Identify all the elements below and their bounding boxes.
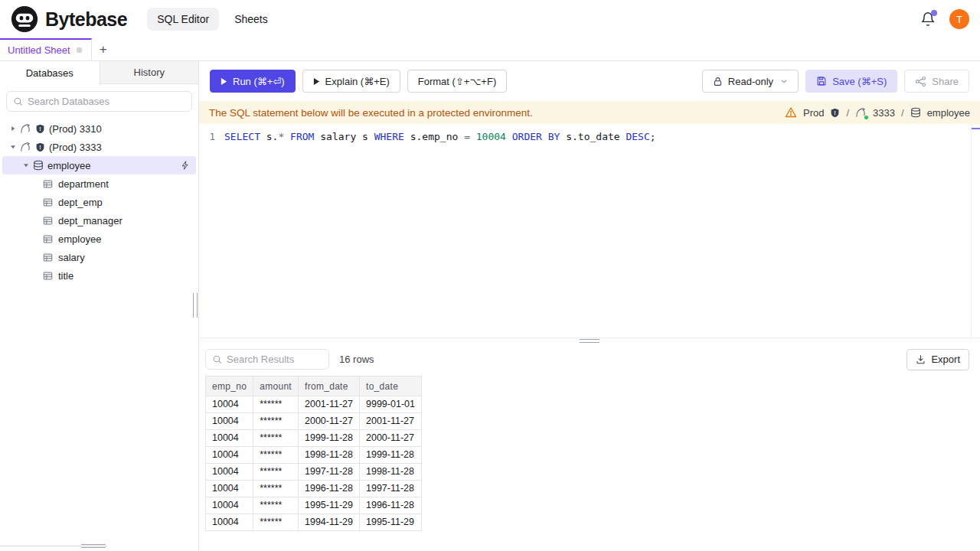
cursor-position-mark	[972, 128, 980, 129]
sidebar-pane-handle[interactable]	[81, 544, 106, 548]
notification-bell-icon[interactable]	[920, 11, 936, 27]
run-label: Run (⌘+⏎)	[233, 76, 285, 87]
sql-token: ;	[650, 131, 656, 142]
result-cell[interactable]: 10004	[206, 497, 253, 514]
sql-token: salary s	[314, 131, 374, 142]
caret-down-icon[interactable]	[22, 162, 29, 168]
result-cell[interactable]: 10004	[206, 480, 253, 497]
explain-button[interactable]: Explain (⌘+E)	[302, 70, 400, 93]
result-cell[interactable]: 1994-11-29	[299, 514, 360, 530]
save-label: Save (⌘+S)	[832, 76, 887, 87]
instance-item-3310[interactable]: (Prod) 3310	[0, 119, 198, 138]
breadcrumb-instance[interactable]: 3333	[873, 107, 895, 119]
sidebar-table-item[interactable]: title	[0, 266, 198, 285]
result-cell[interactable]: 10004	[206, 412, 253, 429]
table-name: salary	[58, 252, 85, 263]
result-cell[interactable]: 2000-11-27	[360, 429, 422, 446]
result-cell[interactable]: 1997-11-28	[299, 463, 360, 480]
result-cell[interactable]: 1996-11-28	[299, 480, 360, 497]
result-cell[interactable]: 1999-11-28	[299, 429, 360, 446]
lightning-icon[interactable]	[181, 161, 190, 170]
divider-grip-icon[interactable]	[580, 339, 599, 343]
chevron-down-icon	[780, 77, 788, 85]
column-header-from_date[interactable]: from_date	[299, 376, 360, 396]
results-search[interactable]	[205, 349, 329, 370]
sidebar-table-item[interactable]: employee	[0, 230, 198, 248]
result-cell[interactable]: 1999-11-28	[360, 446, 422, 463]
format-button[interactable]: Format (⇧+⌥+F)	[407, 70, 507, 93]
share-button[interactable]: Share	[904, 70, 969, 93]
result-cell[interactable]: ******	[253, 497, 299, 514]
result-cell[interactable]: 10004	[206, 463, 253, 480]
result-row[interactable]: 10004******1996-11-281997-11-28	[206, 480, 422, 497]
result-cell[interactable]: 2001-11-27	[360, 412, 422, 429]
avatar[interactable]: T	[949, 9, 969, 29]
sidebar-table-item[interactable]: dept_emp	[0, 193, 198, 211]
result-cell[interactable]: 9999-01-01	[360, 396, 422, 412]
result-cell[interactable]: 1995-11-29	[299, 497, 360, 514]
result-cell[interactable]: 2001-11-27	[299, 396, 360, 412]
readonly-label: Read-only	[728, 76, 773, 87]
result-cell[interactable]: ******	[253, 429, 299, 446]
result-cell[interactable]: ******	[253, 463, 299, 480]
sidebar-table-item[interactable]: dept_manager	[0, 211, 198, 230]
editor-scrollbar[interactable]	[971, 124, 980, 337]
result-cell[interactable]: 10004	[206, 514, 253, 530]
sidebar-table-item[interactable]: salary	[0, 248, 198, 266]
add-sheet-button[interactable]: +	[92, 38, 115, 60]
top-right: T	[920, 9, 969, 29]
database-search[interactable]	[6, 91, 192, 112]
result-cell[interactable]: 10004	[206, 429, 253, 446]
database-tree: (Prod) 3310 (Prod) 3333 employee dep	[0, 118, 198, 285]
result-row[interactable]: 10004******2000-11-272001-11-27	[206, 412, 422, 429]
caret-right-icon[interactable]	[9, 126, 16, 132]
sql-code-editor[interactable]: 1 SELECT s.* FROM salary s WHERE s.emp_n…	[199, 124, 980, 337]
result-row[interactable]: 10004******1998-11-281999-11-28	[206, 446, 422, 463]
column-header-emp_no[interactable]: emp_no	[206, 376, 253, 396]
sidebar-table-item[interactable]: department	[0, 174, 198, 193]
sidebar-resize-handle[interactable]	[193, 293, 198, 318]
result-row[interactable]: 10004******1997-11-281998-11-28	[206, 463, 422, 480]
panel-resize-divider[interactable]	[199, 337, 980, 344]
result-cell[interactable]: ******	[253, 412, 299, 429]
tab-databases[interactable]: Databases	[0, 61, 100, 84]
mysql-icon	[20, 123, 31, 135]
result-cell[interactable]: 1996-11-28	[360, 497, 422, 514]
readonly-dropdown[interactable]: Read-only	[702, 70, 799, 93]
result-row[interactable]: 10004******1994-11-291995-11-29	[206, 514, 422, 530]
breadcrumb-database[interactable]: employee	[927, 107, 970, 119]
result-cell[interactable]: 1998-11-28	[299, 446, 360, 463]
result-cell[interactable]: ******	[253, 480, 299, 497]
result-row[interactable]: 10004******1999-11-282000-11-27	[206, 429, 422, 446]
result-cell[interactable]: 1995-11-29	[360, 514, 422, 530]
result-cell[interactable]: 1998-11-28	[360, 463, 422, 480]
result-cell[interactable]: 2000-11-27	[299, 412, 360, 429]
result-cell[interactable]: 10004	[206, 396, 253, 412]
run-button[interactable]: Run (⌘+⏎)	[210, 70, 296, 93]
export-button[interactable]: Export	[906, 349, 969, 370]
database-item-employee[interactable]: employee	[2, 156, 196, 174]
database-search-input[interactable]	[28, 96, 185, 107]
nav-sql-editor[interactable]: SQL Editor	[147, 8, 219, 31]
tab-history[interactable]: History	[100, 61, 199, 84]
sql-token: s.emp_no	[404, 131, 464, 142]
result-row[interactable]: 10004******1995-11-291996-11-28	[206, 497, 422, 514]
column-header-amount[interactable]: amount	[253, 376, 299, 396]
result-cell[interactable]: ******	[253, 514, 299, 530]
nav-sheets[interactable]: Sheets	[227, 8, 276, 31]
column-header-to_date[interactable]: to_date	[360, 376, 422, 396]
sql-token: SELECT	[224, 131, 260, 142]
brand[interactable]: Bytebase	[11, 5, 127, 33]
result-cell[interactable]: 1997-11-28	[360, 480, 422, 497]
tab-untitled-sheet[interactable]: Untitled Sheet	[0, 38, 92, 60]
result-row[interactable]: 10004******2001-11-279999-01-01	[206, 396, 422, 412]
instance-item-3333[interactable]: (Prod) 3333	[0, 138, 198, 156]
breadcrumb-environment[interactable]: Prod	[803, 107, 824, 119]
save-button[interactable]: Save (⌘+S)	[805, 70, 897, 93]
unsaved-dot-icon[interactable]	[77, 47, 82, 53]
results-search-input[interactable]	[227, 354, 322, 365]
result-cell[interactable]: ******	[253, 396, 299, 412]
result-cell[interactable]: ******	[253, 446, 299, 463]
result-cell[interactable]: 10004	[206, 446, 253, 463]
caret-down-icon[interactable]	[9, 144, 16, 150]
